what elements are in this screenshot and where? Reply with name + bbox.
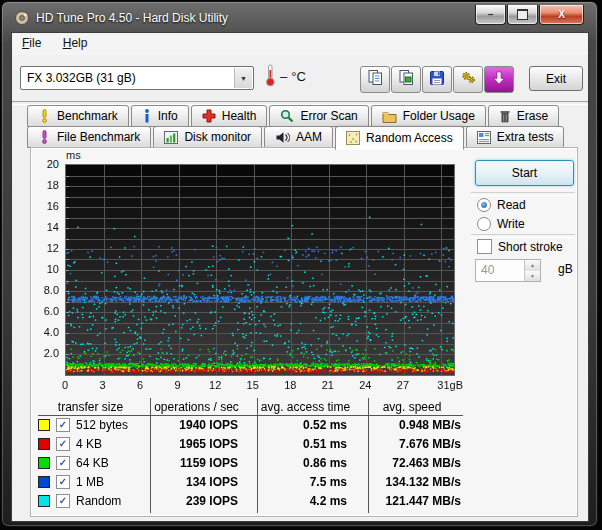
latency-scatter-chart bbox=[65, 164, 455, 376]
tab-label: Info bbox=[158, 109, 178, 123]
tab-extra-tests[interactable]: Extra tests bbox=[466, 126, 565, 148]
tab-folder-usage[interactable]: Folder Usage bbox=[371, 105, 486, 127]
column-header-avg-access-time: avg. access time bbox=[250, 400, 361, 414]
copy-image-icon bbox=[398, 69, 415, 90]
transfer-size-label: Random bbox=[76, 494, 121, 508]
results-table: transfer sizeoperations / secavg. access… bbox=[38, 398, 463, 510]
tab-benchmark[interactable]: Benchmark bbox=[27, 105, 129, 127]
tab-aam[interactable]: AAM bbox=[264, 126, 333, 148]
random-access-icon bbox=[346, 131, 360, 145]
copy-image-button[interactable] bbox=[391, 66, 421, 93]
y-axis-unit-label: ms bbox=[66, 149, 81, 161]
speed-cell: 0.948 MB/s bbox=[361, 418, 463, 432]
x-tick-label: 3 bbox=[90, 379, 116, 391]
x-tick-label: 21 bbox=[315, 379, 341, 391]
short-stroke-size-input[interactable]: 40 ▲ ▼ bbox=[475, 259, 541, 282]
close-button[interactable]: X bbox=[539, 5, 584, 25]
tab-info[interactable]: Info bbox=[131, 105, 189, 127]
speed-cell: 134.132 MB/s bbox=[361, 475, 463, 489]
operations-cell: 1159 IOPS bbox=[143, 456, 250, 470]
separator bbox=[471, 192, 575, 196]
short-stroke-checkbox[interactable]: ✓ Short stroke bbox=[477, 239, 563, 254]
column-header-avg-speed: avg. speed bbox=[361, 400, 463, 414]
operations-cell: 239 IOPS bbox=[143, 494, 250, 508]
speed-cell: 72.463 MB/s bbox=[361, 456, 463, 470]
window-title: HD Tune Pro 4.50 - Hard Disk Utility bbox=[36, 11, 228, 25]
series-color-swatch bbox=[38, 438, 50, 450]
access-time-cell: 4.2 ms bbox=[250, 494, 361, 508]
row-checkbox[interactable]: ✓ bbox=[56, 437, 70, 451]
write-radio[interactable]: Write bbox=[477, 217, 525, 231]
tab-disk-monitor[interactable]: Disk monitor bbox=[153, 126, 262, 148]
transfer-size-cell: ✓64 KB bbox=[38, 456, 143, 470]
tab-label: AAM bbox=[296, 130, 322, 144]
tab-health[interactable]: Health bbox=[191, 105, 268, 127]
menu-file[interactable]: File bbox=[14, 33, 49, 53]
read-radio[interactable]: Read bbox=[477, 198, 526, 212]
table-row-4-kb: ✓4 KB1965 IOPS0.51 ms7.676 MB/s bbox=[38, 434, 463, 453]
drive-select-dropdown[interactable]: FX 3.032GB (31 gB) ▼ bbox=[20, 66, 254, 90]
access-time-cell: 0.51 ms bbox=[250, 437, 361, 451]
window-frame: HD Tune Pro 4.50 - Hard Disk Utility – X… bbox=[1, 1, 598, 527]
tab-random-access[interactable]: Random Access bbox=[335, 126, 464, 150]
access-time-cell: 0.86 ms bbox=[250, 456, 361, 470]
temp-value: – bbox=[280, 69, 287, 84]
row-checkbox[interactable]: ✓ bbox=[56, 494, 70, 508]
maximize-button[interactable] bbox=[507, 5, 538, 25]
x-tick-label: 15 bbox=[240, 379, 266, 391]
start-button[interactable]: Start bbox=[475, 160, 574, 186]
series-color-swatch bbox=[38, 419, 50, 431]
x-tick-label: 18 bbox=[277, 379, 303, 391]
spinner-down-icon[interactable]: ▼ bbox=[525, 271, 540, 282]
menu-bar: File Help bbox=[12, 33, 588, 55]
tab-label: Disk monitor bbox=[184, 130, 251, 144]
tab-label: File Benchmark bbox=[57, 130, 140, 144]
save-button[interactable] bbox=[422, 66, 452, 93]
checkbox-icon: ✓ bbox=[477, 239, 492, 254]
tab-label: Error Scan bbox=[300, 109, 357, 123]
maximize-icon bbox=[517, 9, 528, 20]
transfer-size-label: 64 KB bbox=[76, 456, 109, 470]
column-separator bbox=[257, 398, 258, 513]
benchmark-icon bbox=[38, 109, 51, 123]
spinner-up-icon[interactable]: ▲ bbox=[525, 260, 540, 271]
minimize-button[interactable]: – bbox=[475, 5, 506, 25]
transfer-size-cell: ✓1 MB bbox=[38, 475, 143, 489]
speed-cell: 121.447 MB/s bbox=[361, 494, 463, 508]
x-tick-label: 27 bbox=[390, 379, 416, 391]
short-stroke-size-value: 40 bbox=[481, 263, 494, 277]
exit-button[interactable]: Exit bbox=[529, 66, 583, 91]
operations-cell: 134 IOPS bbox=[143, 475, 250, 489]
copy-text-icon bbox=[367, 69, 384, 90]
tab-row-1: BenchmarkInfoHealthError ScanFolder Usag… bbox=[27, 105, 561, 127]
y-tick-label: 6.0 bbox=[31, 305, 59, 317]
tab-error-scan[interactable]: Error Scan bbox=[269, 105, 368, 127]
tab-erase[interactable]: Erase bbox=[488, 105, 559, 127]
spinner-arrows[interactable]: ▲ ▼ bbox=[524, 260, 540, 281]
series-color-swatch bbox=[38, 495, 50, 507]
speed-cell: 7.676 MB/s bbox=[361, 437, 463, 451]
header-underline bbox=[38, 415, 463, 416]
tab-file-benchmark[interactable]: File Benchmark bbox=[27, 126, 151, 148]
erase-icon bbox=[499, 109, 511, 123]
options-button[interactable] bbox=[453, 66, 483, 93]
transfer-size-cell: ✓4 KB bbox=[38, 437, 143, 451]
tab-label: Random Access bbox=[366, 131, 453, 145]
update-button[interactable] bbox=[484, 66, 514, 93]
column-header-transfer-size: transfer size bbox=[38, 400, 143, 414]
health-icon bbox=[202, 109, 216, 123]
table-row-64-kb: ✓64 KB1159 IOPS0.86 ms72.463 MB/s bbox=[38, 453, 463, 472]
options-icon bbox=[460, 69, 477, 90]
row-checkbox[interactable]: ✓ bbox=[56, 456, 70, 470]
table-row-random: ✓Random239 IOPS4.2 ms121.447 MB/s bbox=[38, 491, 463, 510]
x-tick-label: 0 bbox=[52, 379, 78, 391]
row-checkbox[interactable]: ✓ bbox=[56, 418, 70, 432]
row-checkbox[interactable]: ✓ bbox=[56, 475, 70, 489]
extra-tests-icon bbox=[477, 131, 491, 144]
drive-select-value: FX 3.032GB (31 gB) bbox=[27, 71, 136, 85]
y-tick-label: 14 bbox=[31, 221, 59, 233]
copy-text-button[interactable] bbox=[360, 66, 390, 93]
operations-cell: 1940 IOPS bbox=[143, 418, 250, 432]
menu-help[interactable]: Help bbox=[55, 33, 96, 53]
y-tick-label: 18 bbox=[31, 179, 59, 191]
